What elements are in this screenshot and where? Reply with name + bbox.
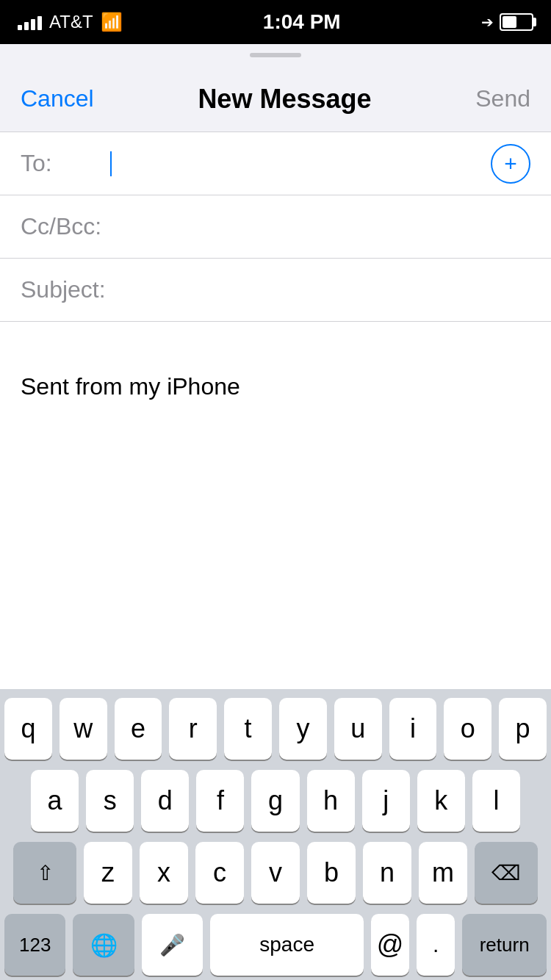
- cancel-button[interactable]: Cancel: [21, 85, 94, 112]
- key-s[interactable]: s: [86, 770, 134, 832]
- key-z[interactable]: z: [84, 842, 132, 904]
- key-p[interactable]: p: [499, 698, 547, 760]
- key-n[interactable]: n: [363, 842, 411, 904]
- key-k[interactable]: k: [417, 770, 465, 832]
- key-w[interactable]: w: [60, 698, 107, 760]
- body-area[interactable]: Sent from my iPhone: [0, 322, 551, 498]
- cc-bcc-field-row[interactable]: Cc/Bcc:: [0, 195, 551, 259]
- page-title: New Message: [198, 84, 371, 115]
- backspace-key[interactable]: ⌫: [475, 842, 538, 904]
- keyboard-row-2: a s d f g h j k l: [4, 770, 547, 832]
- key-d[interactable]: d: [141, 770, 189, 832]
- key-t[interactable]: t: [224, 698, 272, 760]
- wifi-icon: 📶: [101, 12, 123, 32]
- keyboard-row-3: ⇧ z x c v b n m ⌫: [4, 842, 547, 904]
- key-l[interactable]: l: [472, 770, 520, 832]
- at-key[interactable]: @: [371, 914, 409, 976]
- key-e[interactable]: e: [115, 698, 162, 760]
- keyboard: q w e r t y u i o p a s d f g h j k l ⇧ …: [0, 689, 551, 980]
- microphone-key[interactable]: 🎤: [142, 914, 203, 976]
- key-f[interactable]: f: [196, 770, 244, 832]
- key-o[interactable]: o: [444, 698, 491, 760]
- keyboard-row-4: 123 🌐 🎤 space @ . return: [4, 914, 547, 976]
- key-m[interactable]: m: [419, 842, 467, 904]
- globe-key[interactable]: 🌐: [73, 914, 134, 976]
- space-key[interactable]: space: [210, 914, 364, 976]
- key-h[interactable]: h: [307, 770, 355, 832]
- key-v[interactable]: v: [251, 842, 300, 904]
- key-y[interactable]: y: [279, 698, 327, 760]
- key-i[interactable]: i: [389, 698, 437, 760]
- key-a[interactable]: a: [31, 770, 79, 832]
- cc-bcc-label: Cc/Bcc:: [21, 213, 109, 240]
- add-contact-button[interactable]: +: [491, 144, 530, 184]
- key-b[interactable]: b: [307, 842, 356, 904]
- key-j[interactable]: j: [362, 770, 410, 832]
- location-arrow-icon: ➔: [481, 13, 494, 31]
- to-label: To:: [21, 150, 109, 177]
- subject-field-row[interactable]: Subject:: [0, 259, 551, 322]
- dot-key[interactable]: .: [417, 914, 455, 976]
- compose-form: To: + Cc/Bcc: Subject:: [0, 132, 551, 322]
- shift-key[interactable]: ⇧: [13, 842, 76, 904]
- drag-handle-bar: [0, 44, 551, 66]
- key-x[interactable]: x: [140, 842, 188, 904]
- to-field-row[interactable]: To: +: [0, 132, 551, 195]
- key-c[interactable]: c: [195, 842, 244, 904]
- status-left: AT&T 📶: [18, 12, 123, 32]
- signal-bars-icon: [18, 14, 42, 30]
- nav-bar: Cancel New Message Send: [0, 66, 551, 132]
- subject-label: Subject:: [21, 276, 109, 303]
- numbers-key[interactable]: 123: [4, 914, 65, 976]
- battery-indicator: [500, 13, 533, 31]
- carrier-label: AT&T: [49, 12, 93, 32]
- return-key[interactable]: return: [462, 914, 547, 976]
- drag-handle: [250, 53, 301, 57]
- key-r[interactable]: r: [169, 698, 217, 760]
- status-bar: AT&T 📶 1:04 PM ➔: [0, 0, 551, 44]
- key-u[interactable]: u: [334, 698, 382, 760]
- key-q[interactable]: q: [4, 698, 52, 760]
- send-button[interactable]: Send: [475, 85, 530, 112]
- email-signature: Sent from my iPhone: [21, 373, 240, 400]
- keyboard-row-1: q w e r t y u i o p: [4, 698, 547, 760]
- text-cursor: [110, 151, 112, 176]
- plus-icon: +: [504, 153, 517, 175]
- key-g[interactable]: g: [251, 770, 299, 832]
- status-time: 1:04 PM: [263, 10, 341, 34]
- status-right: ➔: [481, 13, 533, 31]
